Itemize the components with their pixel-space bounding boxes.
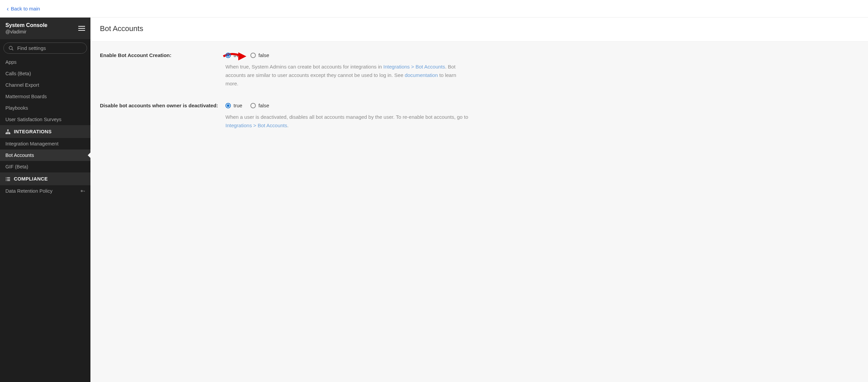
- svg-rect-10: [6, 180, 6, 181]
- sidebar-item-calls[interactable]: Calls (Beta): [0, 68, 90, 79]
- svg-rect-9: [7, 179, 10, 179]
- radio-label: false: [259, 52, 269, 58]
- radio-false[interactable]: false: [250, 52, 269, 58]
- sidebar-item-label: Data Retention Policy: [5, 188, 52, 194]
- list-icon: [5, 176, 10, 182]
- svg-rect-5: [9, 133, 10, 134]
- integrations-bot-accounts-link[interactable]: Integrations > Bot Accounts: [383, 64, 445, 70]
- svg-point-0: [9, 46, 12, 49]
- svg-rect-11: [7, 180, 10, 181]
- svg-rect-3: [6, 133, 7, 134]
- sidebar-section-label: COMPLIANCE: [14, 176, 48, 182]
- sidebar-section-integrations[interactable]: INTEGRATIONS: [0, 125, 90, 138]
- svg-rect-15: [84, 191, 85, 191]
- svg-rect-8: [6, 179, 6, 179]
- svg-point-12: [81, 190, 83, 192]
- content-area: Bot Accounts Enable Bot Account Creation…: [90, 18, 868, 382]
- search-icon: [8, 46, 14, 51]
- setting-enable-bot-creation: Enable Bot Account Creation: true: [100, 52, 859, 88]
- topbar: ‹ Back to main: [0, 0, 868, 18]
- sidebar-item-channel-export[interactable]: Channel Export: [0, 79, 90, 91]
- sidebar-item-mattermost-boards[interactable]: Mattermost Boards: [0, 91, 90, 102]
- sidebar-item-playbooks[interactable]: Playbooks: [0, 102, 90, 114]
- radio-label: false: [259, 103, 269, 108]
- sidebar-item-gif-beta[interactable]: GIF (Beta): [0, 161, 90, 172]
- sidebar-item-data-retention-policy[interactable]: Data Retention Policy: [0, 185, 90, 197]
- svg-rect-2: [7, 129, 9, 131]
- sidebar: System Console @vladimir Apps Calls (Bet…: [0, 18, 90, 382]
- svg-rect-4: [7, 133, 9, 134]
- radio-label: true: [234, 103, 242, 108]
- back-link-label: Back to main: [11, 6, 40, 11]
- svg-rect-6: [6, 177, 6, 178]
- documentation-link[interactable]: documentation: [405, 72, 438, 78]
- svg-rect-13: [82, 191, 84, 191]
- svg-line-1: [12, 49, 13, 50]
- search-input[interactable]: [17, 45, 82, 51]
- svg-rect-7: [7, 177, 10, 178]
- sidebar-header: System Console @vladimir: [0, 18, 90, 39]
- sidebar-username: @vladimir: [5, 29, 47, 34]
- svg-rect-14: [84, 191, 84, 192]
- integrations-bot-accounts-link[interactable]: Integrations > Bot Accounts: [225, 122, 287, 128]
- sidebar-item-bot-accounts[interactable]: Bot Accounts: [0, 149, 90, 161]
- sidebar-item-integration-management[interactable]: Integration Management: [0, 138, 90, 149]
- setting-label: Enable Bot Account Creation:: [100, 52, 225, 58]
- search-box[interactable]: [3, 43, 87, 54]
- setting-disable-bot-when-owner-deactivated: Disable bot accounts when owner is deact…: [100, 103, 859, 130]
- sidebar-title: System Console: [5, 22, 47, 28]
- setting-control: true false When true, System Admins can …: [225, 52, 468, 88]
- radio-icon: [225, 103, 231, 108]
- sidebar-item-user-satisfaction-surveys[interactable]: User Satisfaction Surveys: [0, 114, 90, 125]
- setting-control: true false When a user is deactivated, d…: [225, 103, 468, 130]
- back-to-main-link[interactable]: ‹ Back to main: [7, 6, 40, 12]
- setting-label: Disable bot accounts when owner is deact…: [100, 103, 225, 108]
- radio-false[interactable]: false: [250, 103, 269, 108]
- key-icon: [80, 189, 85, 193]
- radio-group: true false: [225, 52, 468, 58]
- sidebar-nav: Apps Calls (Beta) Channel Export Matterm…: [0, 56, 90, 382]
- radio-true[interactable]: true: [225, 103, 242, 108]
- search-wrap: [0, 39, 90, 56]
- sitemap-icon: [5, 129, 10, 134]
- page-title: Bot Accounts: [100, 24, 859, 33]
- radio-icon: [250, 53, 256, 58]
- radio-icon: [225, 53, 231, 58]
- content-header: Bot Accounts: [90, 18, 868, 42]
- help-text: When true, System Admins can create bot …: [225, 63, 468, 88]
- chevron-left-icon: ‹: [7, 6, 9, 12]
- sidebar-section-label: INTEGRATIONS: [14, 129, 52, 134]
- settings-body: Enable Bot Account Creation: true: [90, 42, 868, 156]
- sidebar-item-apps[interactable]: Apps: [0, 56, 90, 68]
- menu-icon[interactable]: [78, 26, 85, 31]
- help-text: When a user is deactivated, disables all…: [225, 113, 468, 130]
- radio-group: true false: [225, 103, 468, 108]
- radio-icon: [250, 103, 256, 108]
- sidebar-section-compliance[interactable]: COMPLIANCE: [0, 172, 90, 185]
